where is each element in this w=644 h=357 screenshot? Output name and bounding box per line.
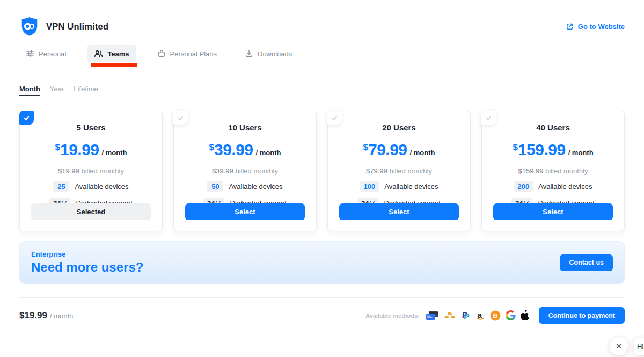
price-period: / month	[102, 149, 127, 157]
currency-sign: $	[55, 142, 60, 152]
enterprise-heading: Need more users?	[31, 260, 143, 275]
billed-info: $159.99 billed monthly	[482, 167, 624, 175]
period-tab-lifetime[interactable]: Lifetime	[74, 85, 98, 96]
tab-personal-plans-label: Personal Plans	[170, 50, 217, 58]
period-tab-month[interactable]: Month	[19, 85, 40, 96]
page-title: VPN Unlimited	[46, 21, 108, 32]
tab-personal-label: Personal	[39, 50, 66, 58]
billed-info: $19.99 billed monthly	[20, 167, 162, 175]
footer-price-period: / month	[50, 312, 73, 320]
plan-select-button[interactable]: Select	[493, 203, 613, 220]
plan-select-button[interactable]: Selected	[31, 203, 151, 220]
billing-period-tabs: Month Year Lifetime	[19, 85, 625, 96]
price-amount: 39.99	[214, 141, 253, 158]
people-icon	[94, 49, 103, 58]
devices-count-badge: 25	[53, 181, 69, 192]
chat-greeting-bubble[interactable]: Hi.	[634, 338, 644, 355]
devices-feature: 100 Available devices	[328, 181, 470, 192]
billed-info: $39.99 billed monthly	[174, 167, 316, 175]
period-tab-year[interactable]: Year	[50, 85, 64, 96]
contact-us-button[interactable]: Contact us	[560, 254, 613, 271]
plan-checkbox[interactable]	[19, 111, 34, 125]
enterprise-eyebrow: Enterprise	[31, 250, 143, 258]
tab-teams-label: Teams	[107, 50, 129, 58]
check-icon	[331, 114, 338, 121]
bag-icon	[157, 49, 166, 58]
price-amount: 79.99	[368, 141, 407, 158]
plan-title: 5 Users	[20, 123, 162, 132]
devices-count-badge: 100	[360, 181, 379, 192]
plan-checkbox[interactable]	[481, 111, 496, 125]
check-icon	[23, 114, 30, 121]
go-to-website-label: Go to Website	[578, 23, 625, 31]
tab-downloads-label: Downloads	[258, 50, 292, 58]
payment-methods-label: Available methods:	[365, 312, 419, 319]
devices-count-badge: 50	[207, 181, 223, 192]
apple-icon	[521, 310, 529, 320]
plan-card-5-users: 5 Users $19.99/ month $19.99 billed mont…	[19, 111, 163, 231]
devices-feature: 200 Available devices	[482, 181, 624, 192]
currency-sign: $	[513, 142, 517, 152]
google-icon	[506, 310, 516, 320]
checkout-footer: $19.99/ month Available methods:	[19, 298, 625, 324]
check-icon	[485, 114, 492, 121]
footer-total: $19.99/ month	[19, 310, 73, 321]
chat-greeting-text: Hi.	[637, 343, 644, 351]
price-period: / month	[410, 149, 435, 157]
plan-card-40-users: 40 Users $159.99/ month $159.99 billed m…	[481, 111, 625, 231]
devices-count-badge: 200	[514, 181, 533, 192]
plan-checkbox[interactable]	[173, 111, 188, 125]
amazon-icon: a	[475, 310, 485, 321]
plan-cards: 5 Users $19.99/ month $19.99 billed mont…	[19, 111, 625, 231]
svg-text:a: a	[477, 310, 482, 319]
footer-price: $19.99	[19, 310, 47, 320]
price-period: / month	[568, 149, 594, 157]
download-icon	[245, 49, 253, 58]
sliders-icon	[26, 49, 34, 58]
plan-price: $19.99/ month	[20, 141, 162, 159]
enterprise-banner: Enterprise Need more users? Contact us	[19, 241, 625, 284]
external-link-icon	[566, 23, 574, 31]
plan-card-20-users: 20 Users $79.99/ month $79.99 billed mon…	[327, 111, 471, 231]
price-amount: 159.99	[518, 141, 566, 158]
price-period: / month	[256, 149, 281, 157]
check-icon	[177, 114, 184, 121]
tab-personal-plans[interactable]: Personal Plans	[151, 45, 223, 62]
close-icon: ✕	[616, 341, 623, 351]
devices-label: Available devices	[384, 183, 438, 191]
plan-title: 20 Users	[328, 123, 470, 132]
tab-downloads[interactable]: Downloads	[238, 45, 298, 62]
svg-text:P: P	[463, 312, 470, 320]
go-to-website-link[interactable]: Go to Website	[566, 23, 625, 31]
currency-sign: $	[363, 142, 368, 152]
plan-title: 10 Users	[174, 123, 316, 132]
plan-price: $79.99/ month	[328, 141, 470, 159]
tab-teams[interactable]: Teams	[87, 45, 135, 62]
bitcoin-icon: B	[490, 310, 501, 321]
devices-feature: 50 Available devices	[174, 181, 316, 192]
devices-label: Available devices	[538, 183, 592, 191]
credit-card-icon	[426, 311, 438, 320]
header: VPN Unlimited Go to Website	[19, 0, 625, 37]
currency-sign: $	[209, 142, 214, 152]
payment-methods: Available methods:	[365, 310, 529, 321]
plan-select-button[interactable]: Select	[185, 203, 305, 220]
continue-to-payment-button[interactable]: Continue to payment	[539, 307, 625, 324]
plan-checkbox[interactable]	[327, 111, 342, 125]
devices-label: Available devices	[75, 183, 128, 191]
active-tab-indicator	[91, 63, 136, 67]
vpn-unlimited-logo-icon	[19, 16, 40, 37]
gold-bars-icon	[443, 311, 456, 320]
paypal-icon: P P	[461, 310, 471, 321]
plan-select-button[interactable]: Select	[339, 203, 459, 220]
devices-label: Available devices	[229, 183, 282, 191]
plan-price: $159.99/ month	[482, 141, 624, 159]
tab-personal[interactable]: Personal	[19, 45, 72, 62]
plan-price: $39.99/ month	[174, 141, 316, 159]
chat-close-button[interactable]: ✕	[610, 337, 628, 355]
price-amount: 19.99	[60, 141, 99, 158]
devices-feature: 25 Available devices	[20, 181, 162, 192]
billed-info: $79.99 billed monthly	[328, 167, 470, 175]
main-nav: Personal Teams Personal Plans D	[19, 45, 625, 62]
plan-card-10-users: 10 Users $39.99/ month $39.99 billed mon…	[173, 111, 317, 231]
